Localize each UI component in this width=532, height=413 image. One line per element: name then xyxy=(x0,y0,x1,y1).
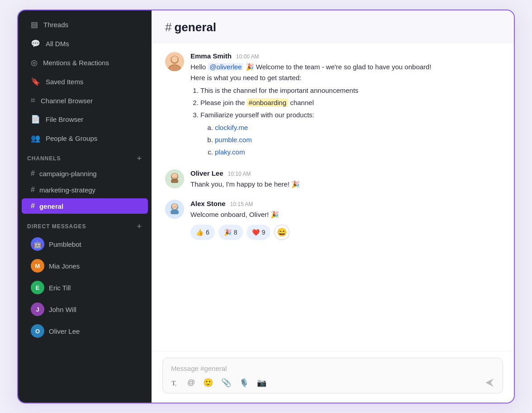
reaction-heart-count: 9 xyxy=(262,229,266,236)
reaction-thumbsup-emoji: 👍 xyxy=(196,229,204,236)
hash-icon-campaign: # xyxy=(31,169,35,178)
avatar-emma xyxy=(165,52,184,71)
sidebar-item-saved-label: Saved Items xyxy=(46,78,83,86)
msg-author-alex: Alex Stone xyxy=(190,200,226,207)
reaction-party-emoji: 🎉 xyxy=(224,229,232,236)
msg-body-oliver: Thank you, I'm happy to be here! 🎉 xyxy=(190,179,500,190)
message-alex: Alex Stone 10:15 AM Welcome onboard, Oli… xyxy=(165,200,500,240)
msg-line2: Here is what you need to get started: xyxy=(190,74,301,82)
file-browser-icon: 📄 xyxy=(31,115,40,124)
svg-rect-7 xyxy=(171,179,178,183)
msg-text-post-mention: 🎉 Welcome to the team - we're so glad to… xyxy=(243,63,431,71)
people-groups-icon: 👥 xyxy=(31,134,40,143)
msg-content-alex: Alex Stone 10:15 AM Welcome onboard, Oli… xyxy=(190,200,500,240)
hash-icon-marketing: # xyxy=(31,186,35,194)
sub-item-pumble: pumble.com xyxy=(215,134,500,145)
mentions-icon: ◎ xyxy=(31,58,38,67)
attachment-button[interactable]: 📎 xyxy=(220,377,232,389)
link-plaky[interactable]: plaky.com xyxy=(215,148,245,156)
saved-icon: 🔖 xyxy=(31,77,40,86)
msg-time-oliver: 10:10 AM xyxy=(228,171,251,177)
msg-body-emma: Hello @oliverlee 🎉 Welcome to the team -… xyxy=(190,62,500,158)
dm-pumblebot[interactable]: 🤖 Pumblebot xyxy=(22,234,148,255)
avatar-oliver-msg xyxy=(165,169,184,188)
reaction-party-count: 8 xyxy=(234,229,238,236)
msg-content-oliver: Oliver Lee 10:10 AM Thank you, I'm happy… xyxy=(190,169,500,190)
dm-oliver-lee[interactable]: O Oliver Lee xyxy=(22,321,148,341)
msg-header-emma: Emma Smith 10:00 AM xyxy=(190,52,500,60)
add-dm-button[interactable]: + xyxy=(136,222,142,231)
avatar-pumblebot: 🤖 xyxy=(31,237,44,251)
reaction-thumbsup-count: 6 xyxy=(206,229,209,236)
avatar-john: J xyxy=(31,303,44,316)
link-clockify[interactable]: clockify.me xyxy=(215,124,248,131)
audio-icon: 🎙️ xyxy=(239,378,249,388)
input-toolbar: T r @ 🙂 📎 xyxy=(170,377,495,389)
reaction-thumbsup[interactable]: 👍 6 xyxy=(190,225,215,240)
sidebar-channel-marketing-strategy[interactable]: # marketing-strategy xyxy=(22,182,148,197)
sidebar-item-file-browser[interactable]: 📄 File Browser xyxy=(22,110,148,129)
dm-pumblebot-label: Pumblebot xyxy=(49,240,81,248)
threads-icon: ▤ xyxy=(31,20,38,29)
all-dms-icon: 💬 xyxy=(31,39,40,48)
reactions-alex: 👍 6 🎉 8 ❤️ 9 😄 xyxy=(190,225,500,240)
sidebar-channel-campaign-planning[interactable]: # campaign-planning xyxy=(22,166,148,181)
sidebar-item-mentions[interactable]: ◎ Mentions & Reactions xyxy=(22,53,148,72)
text-format-button[interactable]: T r xyxy=(170,378,180,388)
video-icon: 📷 xyxy=(257,378,266,388)
msg-text-oliver: Thank you, I'm happy to be here! 🎉 xyxy=(190,180,300,188)
msg-author-oliver: Oliver Lee xyxy=(190,169,223,177)
reaction-party[interactable]: 🎉 8 xyxy=(218,225,243,240)
sidebar-item-channel-browser[interactable]: ⌗ Channel Browser xyxy=(22,91,148,110)
audio-button[interactable]: 🎙️ xyxy=(238,377,250,389)
sidebar-item-file-browser-label: File Browser xyxy=(46,115,83,123)
msg-body-alex: Welcome onboard, Oliver! 🎉 xyxy=(190,209,500,220)
link-pumble[interactable]: pumble.com xyxy=(215,136,252,144)
video-button[interactable]: 📷 xyxy=(256,377,267,389)
message-emma: Emma Smith 10:00 AM Hello @oliverlee 🎉 W… xyxy=(165,52,500,159)
msg-content-emma: Emma Smith 10:00 AM Hello @oliverlee 🎉 W… xyxy=(190,52,500,159)
sidebar-item-saved[interactable]: 🔖 Saved Items xyxy=(22,72,148,91)
msg-time-alex: 10:15 AM xyxy=(230,201,253,207)
msg-header-oliver: Oliver Lee 10:10 AM xyxy=(190,169,500,177)
mention-icon: @ xyxy=(187,378,195,387)
dm-john-will[interactable]: J John Will xyxy=(22,299,148,320)
input-placeholder-text[interactable]: Message #general xyxy=(170,365,495,372)
mention-oliverlee[interactable]: @oliverlee xyxy=(208,63,243,71)
sidebar-channel-general[interactable]: # general xyxy=(22,198,148,214)
dm-mia-jones[interactable]: M Mia Jones xyxy=(22,255,148,276)
sidebar-item-all-dms[interactable]: 💬 All DMs xyxy=(22,34,148,53)
svg-rect-11 xyxy=(171,210,179,214)
svg-point-12 xyxy=(172,204,178,210)
send-button[interactable] xyxy=(484,377,495,389)
dm-eric-label: Eric Till xyxy=(49,284,71,292)
mention-button[interactable]: @ xyxy=(186,377,196,388)
sidebar-item-threads[interactable]: ▤ Threads xyxy=(22,15,148,34)
hash-icon-general: # xyxy=(31,202,35,210)
list-item-1: This is the channel for the important an… xyxy=(200,85,500,96)
message-oliver: Oliver Lee 10:10 AM Thank you, I'm happy… xyxy=(165,169,500,190)
emoji-button[interactable]: 🙂 xyxy=(202,377,214,389)
msg-header-alex: Alex Stone 10:15 AM xyxy=(190,200,500,207)
avatar-oliver: O xyxy=(31,324,44,338)
avatar-mia: M xyxy=(31,259,44,273)
avatar-eric: E xyxy=(31,281,44,294)
dm-eric-till[interactable]: E Eric Till xyxy=(22,277,148,298)
sidebar-item-mentions-label: Mentions & Reactions xyxy=(43,59,109,67)
msg-list-emma: This is the channel for the important an… xyxy=(190,85,500,158)
channel-name-title: general xyxy=(174,20,216,34)
svg-point-3 xyxy=(171,56,178,62)
app-container: ▤ Threads 💬 All DMs ◎ Mentions & Reactio… xyxy=(17,10,515,403)
channel-marketing-strategy-label: marketing-strategy xyxy=(39,186,95,194)
reaction-heart[interactable]: ❤️ 9 xyxy=(247,225,271,240)
add-reaction-button[interactable]: 😄 xyxy=(274,225,290,240)
avatar-alex-msg xyxy=(165,200,184,219)
list-item-3: Familiarize yourself with our products: … xyxy=(200,110,500,158)
add-channel-button[interactable]: + xyxy=(136,154,142,163)
channel-campaign-planning-label: campaign-planning xyxy=(39,170,97,178)
send-icon xyxy=(484,377,495,389)
input-tools: T r @ 🙂 📎 xyxy=(170,377,267,389)
sidebar-item-channel-browser-label: Channel Browser xyxy=(41,97,93,105)
sidebar-item-people-groups[interactable]: 👥 People & Groups xyxy=(22,129,148,148)
msg-text-alex: Welcome onboard, Oliver! 🎉 xyxy=(190,211,279,218)
